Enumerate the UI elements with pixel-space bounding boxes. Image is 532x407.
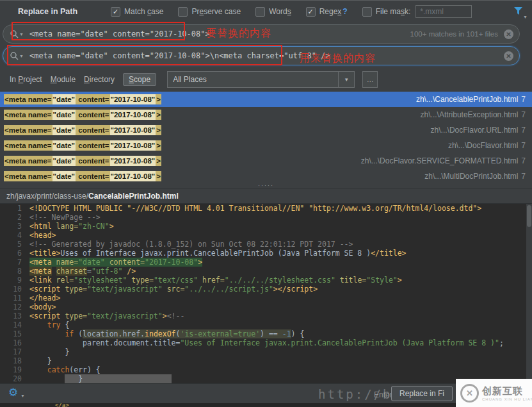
checkbox-file-mask[interactable]: [362, 7, 372, 17]
scope-select[interactable]: All Places ▼: [167, 71, 355, 88]
result-count: 7: [521, 172, 526, 181]
code-text: <body>: [29, 303, 56, 311]
option-label: Words: [269, 7, 291, 16]
result-file-label: zh\...\DocFlavor.URL.html: [431, 126, 519, 135]
replace-in-find-button[interactable]: Replace in Fi: [391, 386, 453, 401]
code-line: 14 try {: [0, 320, 532, 329]
match-text: <meta name="date" content="2017-10-08">: [4, 94, 161, 104]
code-preview[interactable]: 1<!DOCTYPE HTML PUBLIC "-//W3C//DTD HTML…: [0, 204, 532, 383]
result-file-label: zh\...\MultiDocPrintJob.html: [424, 172, 518, 181]
scope-tab-scope[interactable]: Scope: [123, 73, 156, 86]
chevron-down-icon[interactable]: ▼: [338, 72, 354, 87]
match-segment: "date": [52, 94, 76, 104]
result-row[interactable]: <meta name="date" content="2017-10-08">z…: [0, 122, 532, 138]
code-line: 11</head>: [0, 294, 532, 303]
result-row[interactable]: <meta name="date" content="2017-10-08">z…: [0, 92, 532, 107]
code-line: 9<link rel="stylesheet" type="text/css" …: [0, 276, 532, 285]
option-label: Regex: [319, 7, 342, 16]
preview-file-name: CancelablePrintJob.html: [88, 192, 179, 201]
replace-field[interactable]: ▼ <meta name="date" content="2017-10-08"…: [3, 46, 520, 65]
match-segment: "date": [52, 171, 76, 181]
scope-row: In ProjectModuleDirectoryScope All Place…: [0, 67, 532, 92]
line-number: 17: [0, 347, 22, 356]
code-text: catch(err) {: [29, 365, 101, 374]
match-count-label: 100+ matches in 101+ files: [410, 30, 498, 38]
option-match-case[interactable]: ✓Match case: [111, 7, 163, 17]
breadcrumb: zh/javax/print/class-use/: [6, 192, 88, 201]
checkbox-words[interactable]: [255, 7, 265, 17]
code-line: 5<!-- Generated by javadoc (1.8.0_152) o…: [0, 240, 532, 249]
code-text: if (location.href.indexOf('is-external=t…: [29, 329, 304, 338]
corner-watermark: ✕ 创新互联 CHUANG XIN HU LIAN: [456, 379, 532, 407]
code-text: <head>: [29, 231, 56, 240]
line-number: 8: [0, 267, 22, 276]
match-segment: "2017-10-08": [110, 125, 156, 135]
result-row[interactable]: <meta name="date" content="2017-10-08">z…: [0, 153, 532, 169]
match-segment: "date": [52, 125, 76, 135]
line-number: 2: [0, 213, 22, 222]
match-segment: >: [156, 156, 161, 166]
match-segment: >: [156, 140, 161, 151]
option-words[interactable]: Words: [255, 7, 291, 17]
scope-tab-in-project[interactable]: In Project: [10, 75, 42, 84]
code-line: 8<meta charset="utf-8" />: [0, 267, 532, 276]
code-line: 6<title>Uses of Interface javax.print.Ca…: [0, 249, 532, 258]
preview-path-bar: zh/javax/print/class-use/ CancelablePrin…: [0, 189, 532, 204]
search-field[interactable]: ▼ <meta name="date" content="2017-10-08"…: [3, 24, 520, 44]
search-icon[interactable]: ▼: [10, 51, 24, 60]
result-file-label: zh\...\AttributeException.html: [421, 110, 519, 119]
result-count: 7: [521, 95, 526, 104]
option-file-mask[interactable]: File mask:*.mxml: [362, 5, 472, 18]
scrollbar[interactable]: [526, 204, 532, 383]
code-text: <!-- NewPage -->: [29, 213, 101, 222]
match-segment: "2017-10-08": [110, 156, 156, 166]
scrollbar-thumb[interactable]: [527, 205, 531, 227]
filter-funnel-icon[interactable]: ▼: [513, 6, 523, 18]
search-query[interactable]: <meta name="date" content="2017-10-08">: [29, 29, 210, 38]
result-count: 7: [521, 156, 526, 165]
scope-tab-directory[interactable]: Directory: [84, 75, 115, 84]
regex-help-link[interactable]: ?: [343, 7, 347, 16]
clear-replace-icon[interactable]: ✕: [504, 51, 513, 61]
clear-search-icon[interactable]: ✕: [504, 29, 513, 39]
code-text: }: [29, 374, 172, 383]
option-label: Match case: [124, 7, 163, 16]
background-code-fragment: </a>: [55, 403, 69, 407]
result-row[interactable]: <meta name="date" content="2017-10-08">z…: [0, 138, 532, 153]
file-mask-input[interactable]: *.mxml: [415, 5, 472, 18]
code-text: <script type="text/javascript" src="../.…: [29, 285, 318, 294]
result-file-label: zh\...\DocFlavor.html: [448, 141, 518, 150]
scope-tab-module[interactable]: Module: [51, 75, 76, 84]
background-editor-strip: </a>: [0, 403, 456, 407]
code-text: <meta name="date" content="2017-10-08">: [29, 258, 202, 267]
result-row[interactable]: <meta name="date" content="2017-10-08">z…: [0, 107, 532, 122]
dialog-title: Replace in Path: [18, 7, 77, 16]
option-regex[interactable]: ✓Regex?: [306, 7, 348, 17]
match-segment: content=: [76, 156, 109, 166]
match-segment: "date": [52, 156, 76, 166]
code-line: 16 parent.document.title="Uses of Interf…: [0, 338, 532, 347]
result-file-label: zh\...\CancelablePrintJob.html: [416, 95, 518, 104]
code-line: 4<head>: [0, 231, 532, 240]
code-lines: 1<!DOCTYPE HTML PUBLIC "-//W3C//DTD HTML…: [0, 204, 532, 383]
gear-icon[interactable]: ⚙: [8, 386, 18, 399]
checkbox-match-case[interactable]: ✓: [111, 7, 120, 17]
code-text: <!-- Generated by javadoc (1.8.0_152) on…: [29, 240, 353, 249]
line-number: 3: [0, 222, 22, 231]
dialog-footer: ⚙ ▼ http://blog.c Enter Replace in Fi: [0, 383, 532, 403]
code-text: </head>: [29, 294, 60, 303]
search-icon[interactable]: ▼: [10, 29, 24, 38]
line-number: 20: [0, 374, 22, 383]
line-number: 6: [0, 249, 22, 258]
scope-more-button[interactable]: …: [362, 71, 378, 88]
scope-select-value: All Places: [168, 75, 207, 84]
match-segment: >: [156, 125, 161, 135]
option-preserve-case[interactable]: Preserve case: [178, 7, 241, 17]
checkbox-regex[interactable]: ✓: [306, 7, 316, 17]
splitter-handle[interactable]: ·····: [0, 184, 532, 189]
replace-query[interactable]: <meta name="date" content="2017-10-08">\…: [29, 51, 330, 60]
match-segment: "date": [52, 140, 76, 151]
match-segment: <meta name=: [4, 171, 52, 181]
checkbox-preserve-case[interactable]: [178, 7, 188, 17]
chevron-down-icon: ▼: [19, 32, 24, 37]
